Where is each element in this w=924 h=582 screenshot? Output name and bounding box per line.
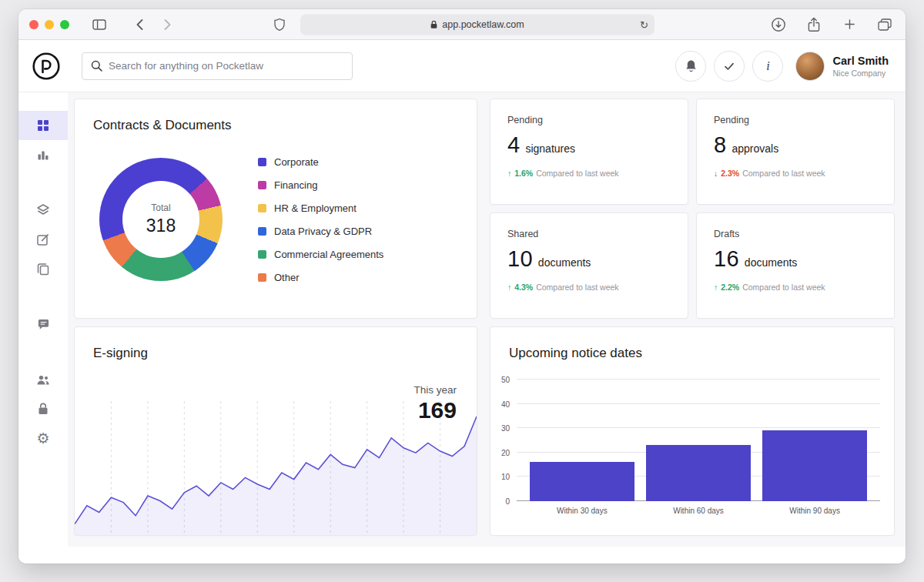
notice-dates-card: Upcoming notice dates 01020304050 Within… [490,326,895,536]
stat-value: 8 [714,132,726,158]
y-tick-label: 0 [505,497,510,506]
insights-chart-icon [36,148,50,162]
contracts-card-title: Contracts & Documents [93,118,458,133]
legend-item: Corporate [258,150,383,173]
address-bar[interactable]: app.pocketlaw.com ↻ [300,14,654,35]
stat-unit: documents [538,256,591,269]
bar [530,462,634,501]
sidebar-item-security[interactable] [18,394,68,423]
delta-arrow-icon: ↑ [507,169,511,178]
bar [646,445,751,501]
stats-grid: Pending 4 signatures ↑ 1.6% Compared to … [490,99,895,319]
sidebar-item-users[interactable] [18,365,68,394]
donut-chart: Total 318 [99,158,223,281]
back-icon[interactable] [129,15,149,35]
sidebar-nav: ⚙ [18,92,68,547]
notice-dates-card-title: Upcoming notice dates [509,346,875,361]
delta-arrow-icon: ↓ [714,169,718,178]
users-icon [36,373,50,386]
stat-delta: ↑ 4.3% Compared to last week [507,283,671,292]
info-icon[interactable]: i [752,51,783,82]
legend-label: Commercial Agreements [274,249,383,260]
donut-center: Total 318 [122,181,199,258]
sidebar-item-dashboard[interactable] [18,111,68,140]
legend-swatch [258,227,266,236]
download-icon[interactable] [768,15,788,35]
search-input[interactable] [109,60,343,72]
stat-label: Drafts [714,229,877,239]
annotation-value: 169 [413,397,457,423]
y-tick-label: 40 [501,400,510,408]
delta-percent: 1.6% [514,169,533,178]
refresh-icon[interactable]: ↻ [640,18,648,30]
legend-item: Commercial Agreements [258,242,383,266]
delta-text: Compared to last week [536,283,618,292]
window-footer [18,547,906,564]
user-name: Carl Smith [832,55,889,67]
delta-text: Compared to last week [742,169,825,178]
user-avatar[interactable] [795,52,825,81]
legend-item: Financing [258,173,383,196]
stat-delta: ↓ 2.3% Compared to last week [714,169,877,178]
bar-chart-plot: 01020304050 [517,380,880,501]
sidebar-item-drafting[interactable] [18,225,68,254]
dashboard-main: Contracts & Documents Total 318 Corporat… [68,92,906,547]
zoom-button[interactable] [60,20,69,29]
legend-item: HR & Employment [258,196,383,219]
notifications-bell-icon[interactable] [675,51,706,82]
annotation-label: This year [413,384,457,396]
delta-text: Compared to last week [742,283,825,292]
sidebar-item-comments[interactable] [18,309,68,339]
tab-overview-icon[interactable] [875,15,895,35]
comments-chat-icon [37,318,50,330]
dashboard-grid-icon [36,119,50,132]
esigning-annotation: This year 169 [413,384,457,423]
url-text: app.pocketlaw.com [442,19,524,30]
x-category-label: Within 60 days [646,507,751,515]
y-tick-label: 10 [501,473,510,481]
pocketlaw-logo[interactable] [31,51,62,82]
user-menu[interactable]: Carl Smith Nice Company [832,55,889,78]
new-tab-icon[interactable] [839,15,859,35]
shield-icon[interactable] [270,15,290,35]
delta-arrow-icon: ↑ [714,283,718,292]
legend-swatch [258,273,266,282]
y-tick-label: 20 [501,448,510,457]
bar [762,430,867,501]
sidebar-item-insights[interactable] [18,140,68,169]
share-icon[interactable] [804,15,824,35]
sidebar-toggle-icon[interactable] [89,15,109,35]
donut-total-label: Total [151,202,170,213]
stat-value: 16 [714,246,739,272]
legend-label: Other [274,272,300,283]
stat-delta: ↑ 2.2% Compared to last week [714,283,877,292]
sidebar-item-templates[interactable] [18,196,68,225]
security-lock-icon [36,402,50,416]
delta-percent: 4.3% [514,283,533,292]
traffic-lights [29,20,69,29]
legend-label: Financing [274,179,317,191]
bars-group [517,380,880,501]
pending-approvals-card: Pending 8 approvals ↓ 2.3% Compared to l… [696,99,895,205]
delta-percent: 2.3% [721,169,739,178]
legend-label: HR & Employment [274,202,357,214]
y-tick-label: 50 [501,376,510,384]
user-company: Nice Company [832,69,889,78]
stat-unit: approvals [732,142,778,155]
settings-gear-icon: ⚙ [36,431,49,446]
esigning-card: E-signing This year 169 [74,326,477,536]
close-button[interactable] [29,20,38,29]
stat-unit: signatures [525,142,575,155]
stat-value: 10 [507,246,533,272]
tasks-check-icon[interactable] [714,51,745,82]
stat-value: 4 [507,132,520,158]
x-category-label: Within 90 days [762,507,867,515]
sidebar-item-settings[interactable]: ⚙ [18,423,68,453]
stat-unit: documents [745,256,797,269]
minimize-button[interactable] [45,20,54,29]
x-category-label: Within 30 days [530,507,634,515]
sidebar-item-documents[interactable] [18,254,68,283]
forward-icon[interactable] [157,15,177,35]
lock-icon [430,20,437,28]
stat-label: Shared [507,229,671,239]
